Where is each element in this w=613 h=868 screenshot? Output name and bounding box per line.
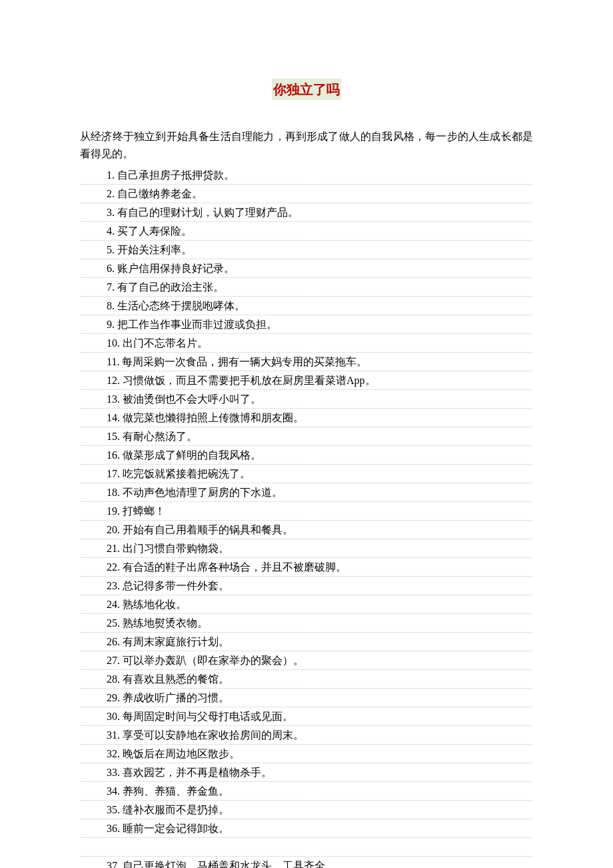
list-item: 9. 把工作当作事业而非过渡或负担。	[80, 315, 533, 334]
list-item: 4. 买了人寿保险。	[80, 222, 533, 241]
item-number: 8.	[107, 297, 115, 315]
list-item: 26. 有周末家庭旅行计划。	[80, 633, 533, 651]
item-text: 开始有自己用着顺手的锅具和餐具。	[120, 524, 293, 535]
list-item: 36. 睡前一定会记得卸妆。	[80, 819, 533, 838]
item-text: 养狗、养猫、养金鱼。	[120, 785, 229, 797]
item-number: 17.	[107, 465, 120, 483]
item-number: 34.	[107, 782, 120, 800]
item-text: 有了自己的政治主张。	[115, 281, 224, 293]
item-number: 16.	[107, 446, 120, 464]
item-number: 27.	[107, 651, 120, 669]
list-item: 6. 账户信用保持良好记录。	[80, 259, 533, 278]
item-text: 有周末家庭旅行计划。	[120, 636, 229, 647]
list-item: 12. 习惯做饭，而且不需要把手机放在厨房里看菜谱App。	[80, 371, 533, 390]
item-number: 1.	[107, 166, 115, 184]
item-number: 10.	[107, 334, 120, 352]
list-item: 3. 有自己的理财计划，认购了理财产品。	[80, 203, 533, 222]
list-item: 10. 出门不忘带名片。	[80, 334, 533, 353]
item-text: 开始关注利率。	[115, 244, 192, 255]
item-text: 可以举办轰趴（即在家举办的聚会）。	[120, 655, 304, 666]
list-item: 28. 有喜欢且熟悉的餐馆。	[80, 670, 533, 689]
item-text: 习惯做饭，而且不需要把手机放在厨房里看菜谱App。	[120, 375, 376, 386]
item-number: 35.	[107, 801, 120, 819]
item-text: 生活心态终于摆脱咆哮体。	[115, 300, 245, 311]
list-item: 11. 每周采购一次食品，拥有一辆大妈专用的买菜拖车。	[80, 353, 533, 371]
item-number: 18.	[107, 483, 120, 501]
item-text: 吃完饭就紧接着把碗洗了。	[120, 468, 251, 479]
item-text: 不动声色地清理了厨房的下水道。	[120, 487, 283, 498]
item-text: 缝补衣服而不是扔掉。	[120, 804, 229, 815]
list-item: 2. 自己缴纳养老金。	[80, 185, 533, 203]
item-text: 每周采购一次食品，拥有一辆大妈专用的买菜拖车。	[119, 356, 367, 367]
item-number: 37.	[107, 857, 120, 868]
item-number: 22.	[107, 558, 120, 576]
item-number: 13.	[107, 390, 120, 408]
item-number: 21.	[107, 539, 120, 557]
list-item: 33. 喜欢园艺，并不再是植物杀手。	[80, 763, 533, 782]
item-text: 晚饭后在周边地区散步。	[120, 748, 240, 759]
item-text: 有耐心熬汤了。	[120, 431, 197, 442]
list-item: 20. 开始有自己用着顺手的锅具和餐具。	[80, 521, 533, 539]
item-text: 总记得多带一件外套。	[120, 580, 229, 591]
item-text: 把工作当作事业而非过渡或负担。	[115, 319, 277, 330]
item-number: 12.	[107, 371, 120, 389]
item-text: 自己承担房子抵押贷款。	[115, 169, 235, 181]
item-text: 出门习惯自带购物袋。	[120, 543, 229, 554]
item-number: 3.	[107, 203, 115, 221]
item-number: 7.	[107, 278, 115, 296]
checklist: 1. 自己承担房子抵押贷款。2. 自己缴纳养老金。3. 有自己的理财计划，认购了…	[80, 166, 533, 868]
list-item: 30. 每周固定时间与父母打电话或见面。	[80, 707, 533, 726]
item-text: 自己缴纳养老金。	[115, 188, 203, 199]
title-wrap: 你独立了吗	[80, 79, 533, 116]
list-item: 13. 被油烫倒也不会大呼小叫了。	[80, 390, 533, 409]
item-text: 享受可以安静地在家收拾房间的周末。	[120, 729, 304, 741]
item-number: 19.	[107, 502, 120, 520]
list-item: 17. 吃完饭就紧接着把碗洗了。	[80, 465, 533, 483]
list-item: 23. 总记得多带一件外套。	[80, 577, 533, 595]
item-text: 熟练地熨烫衣物。	[120, 617, 208, 629]
item-number: 9.	[107, 315, 115, 333]
item-text: 有喜欢且熟悉的餐馆。	[120, 673, 229, 685]
item-text: 账户信用保持良好记录。	[115, 263, 235, 274]
list-item: 8. 生活心态终于摆脱咆哮体。	[80, 297, 533, 315]
list-item: 1. 自己承担房子抵押贷款。	[80, 166, 533, 185]
item-text: 每周固定时间与父母打电话或见面。	[120, 711, 293, 722]
item-text: 有自己的理财计划，认购了理财产品。	[115, 207, 299, 218]
item-number: 33.	[107, 763, 120, 781]
item-number: 15.	[107, 427, 120, 445]
item-number: 32.	[107, 745, 120, 763]
list-item: 34. 养狗、养猫、养金鱼。	[80, 782, 533, 801]
list-item: 32. 晚饭后在周边地区散步。	[80, 745, 533, 763]
list-item: 16. 做菜形成了鲜明的自我风格。	[80, 446, 533, 465]
list-item: 15. 有耐心熬汤了。	[80, 427, 533, 446]
item-number: 29.	[107, 689, 120, 707]
item-number: 24.	[107, 595, 120, 613]
item-text: 被油烫倒也不会大呼小叫了。	[120, 393, 261, 405]
item-number: 20.	[107, 521, 120, 539]
item-text: 自己更换灯泡、马桶盖和水龙头，工具齐全。	[120, 860, 336, 868]
list-item: 25. 熟练地熨烫衣物。	[80, 614, 533, 633]
list-item: 31. 享受可以安静地在家收拾房间的周末。	[80, 726, 533, 745]
item-text: 睡前一定会记得卸妆。	[120, 823, 229, 834]
item-text: 出门不忘带名片。	[120, 337, 208, 349]
item-number: 14.	[107, 409, 120, 427]
list-item: 14. 做完菜也懒得拍照上传微博和朋友圈。	[80, 409, 533, 427]
list-item: 24. 熟练地化妆。	[80, 595, 533, 614]
item-number: 25.	[107, 614, 120, 632]
item-number: 11.	[107, 353, 119, 371]
item-number: 31.	[107, 726, 120, 744]
item-text: 打蟑螂！	[120, 505, 165, 517]
item-number: 28.	[107, 670, 120, 688]
page-title: 你独立了吗	[272, 79, 341, 100]
list-item: 19. 打蟑螂！	[80, 502, 533, 521]
item-text: 熟练地化妆。	[120, 599, 187, 610]
document-page: 你独立了吗 从经济终于独立到开始具备生活自理能力，再到形成了做人的自我风格，每一…	[0, 0, 613, 868]
intro-paragraph: 从经济终于独立到开始具备生活自理能力，再到形成了做人的自我风格，每一步的人生成长…	[80, 128, 533, 162]
item-text: 养成收听广播的习惯。	[120, 692, 229, 703]
blank-line	[80, 838, 533, 857]
list-item: 29. 养成收听广播的习惯。	[80, 689, 533, 707]
item-number: 4.	[107, 222, 115, 240]
item-text: 有合适的鞋子出席各种场合，并且不被磨破脚。	[120, 561, 346, 573]
item-text: 做完菜也懒得拍照上传微博和朋友圈。	[120, 412, 304, 423]
list-item: 18. 不动声色地清理了厨房的下水道。	[80, 483, 533, 502]
